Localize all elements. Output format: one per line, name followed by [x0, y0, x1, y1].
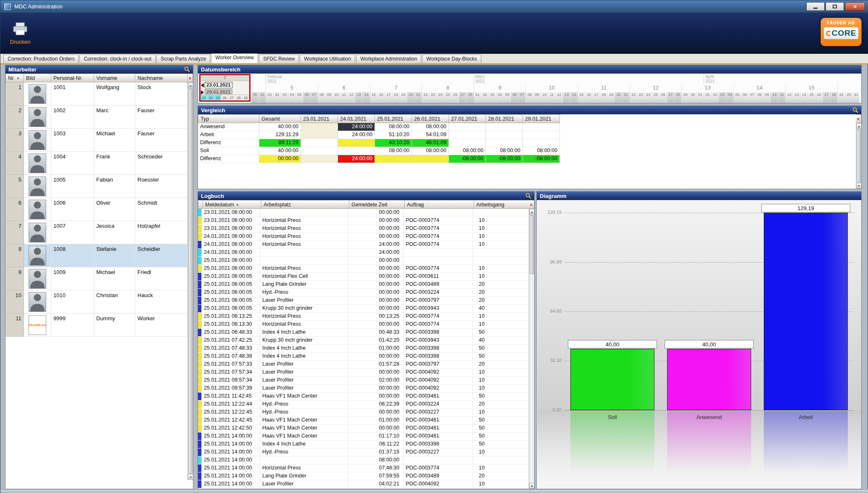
- timeline-day[interactable]: 07: [748, 92, 756, 103]
- cell-26-01-2021[interactable]: 08:00:00: [412, 147, 449, 155]
- column-header-nr[interactable]: Nr.▲: [5, 74, 24, 82]
- cell-23-01-2021[interactable]: [301, 155, 338, 163]
- timeline-day[interactable]: 20: [845, 92, 852, 103]
- cell-28-01-2021[interactable]: -08:00:00: [486, 155, 523, 163]
- timeline-day[interactable]: 06: [303, 92, 311, 103]
- employee-row[interactable]: 11001WolfgangStock: [5, 82, 187, 105]
- timeline-day[interactable]: 30: [251, 92, 259, 103]
- clear-filter-icon[interactable]: ×: [856, 114, 861, 123]
- logbook-row[interactable]: 25.01.2021 14:00:0008:00:00: [198, 456, 529, 464]
- timeline-day[interactable]: 10: [332, 92, 340, 103]
- cell-29-01-2021[interactable]: -08:00:00: [523, 155, 560, 163]
- scroll-up-icon[interactable]: ▲: [856, 123, 862, 129]
- logbook-row[interactable]: 25.01.2021 14:00:00Laser Profiler04:02:2…: [198, 480, 529, 488]
- column-header-28-01-2021[interactable]: 28.01.2021: [486, 114, 523, 123]
- timeline-day[interactable]: 11: [778, 92, 786, 103]
- cell-gesamt[interactable]: 00:00:00: [259, 155, 301, 163]
- timeline-day[interactable]: 11: [548, 92, 555, 103]
- cell-24-01-2021[interactable]: 24:00:00: [338, 131, 375, 139]
- logbook-row[interactable]: 23.01.2021 06:00:0000:00:00: [198, 209, 529, 217]
- timeline-day[interactable]: 19: [399, 92, 407, 103]
- timeline-day[interactable]: 09: [533, 92, 541, 103]
- cell-gesamt[interactable]: 129:11:29: [259, 131, 301, 139]
- selection-day[interactable]: 23: [201, 95, 208, 100]
- employee-row[interactable]: 101010ChristianHauck: [5, 290, 187, 314]
- cell-gesamt[interactable]: 89:11:29: [259, 139, 301, 147]
- cell-23-01-2021[interactable]: [301, 123, 338, 131]
- range-end-handle-icon[interactable]: [201, 90, 204, 95]
- vergleich-row[interactable]: Differenz00:00:0024:00:00-08:00:00-08:00…: [198, 155, 560, 163]
- print-button[interactable]: Drucken: [5, 16, 36, 51]
- timeline-day[interactable]: 17: [385, 92, 392, 103]
- vergleich-row[interactable]: Arbeit129:11:2924:00:0051:10:2054:01:09: [198, 131, 560, 139]
- timeline-day[interactable]: 22: [422, 92, 429, 103]
- logbook-row[interactable]: 25.01.2021 12:22:45Hyd.-Press00:00:00POC…: [198, 409, 529, 417]
- selection-day[interactable]: 26: [222, 95, 229, 100]
- timeline-day[interactable]: 26: [451, 92, 459, 103]
- employee-row[interactable]: 91009MichaelFriedl: [5, 267, 187, 290]
- logbook-row[interactable]: 23.01.2021 06:00:00Horizontal Press00:00…: [198, 217, 529, 225]
- employee-row[interactable]: 71007JessicaHolzapfel: [5, 221, 187, 244]
- tab-sfdc-review[interactable]: SFDC Review: [259, 55, 299, 63]
- range-start-date[interactable]: 23.01.2021: [205, 82, 232, 88]
- timeline-day[interactable]: 17: [592, 92, 600, 103]
- logbook-row[interactable]: 25.01.2021 07:48:38Index 4 Inch Lathe00:…: [198, 353, 529, 361]
- cell-27-01-2021[interactable]: 08:00:00: [449, 147, 486, 155]
- logbook-row[interactable]: 25.01.2021 12:22:44Hyd.-Press06:22:39POC…: [198, 401, 529, 409]
- cell-25-01-2021[interactable]: 51:10:20: [375, 131, 412, 139]
- logbook-row[interactable]: 25.01.2021 06:00:05Krupp 30 inch grinder…: [198, 305, 529, 313]
- employee-row[interactable]: 31003MichaelFauser: [5, 129, 187, 152]
- timeline-day[interactable]: 19: [607, 92, 615, 103]
- tab-correction-clock-in-clock-out[interactable]: Correction: clock-in / clock-out: [79, 55, 156, 63]
- cell-26-01-2021[interactable]: [412, 155, 449, 163]
- timeline-day[interactable]: 05: [503, 92, 511, 103]
- timeline-day[interactable]: 02: [711, 92, 719, 103]
- scrollbar-thumb[interactable]: [188, 89, 193, 474]
- cell-23-01-2021[interactable]: [301, 131, 338, 139]
- timeline-day[interactable]: 18: [392, 92, 400, 103]
- logbook-row[interactable]: 23.01.2021 06:00:00Horizontal Press00:00…: [198, 225, 529, 233]
- timeline-day[interactable]: 03: [718, 92, 726, 103]
- range-start-handle-icon[interactable]: [201, 83, 204, 87]
- timeline-day[interactable]: 07: [310, 92, 318, 103]
- timeline-day[interactable]: 30: [689, 92, 697, 103]
- cell-27-01-2021[interactable]: [449, 131, 486, 139]
- column-header-25-01-2021[interactable]: 25.01.2021: [375, 114, 412, 123]
- cell-25-01-2021[interactable]: 43:10:20: [375, 139, 412, 147]
- tab-workplace-administration[interactable]: Workplace Administration: [356, 55, 421, 63]
- timeline-day[interactable]: 22: [630, 92, 637, 103]
- timeline-day[interactable]: 14: [362, 92, 370, 103]
- employee-row[interactable]: 11FAUSER AG9999DummyWorker: [5, 314, 187, 337]
- cell-27-01-2021[interactable]: -08:00:00: [449, 155, 486, 163]
- timeline-day[interactable]: 25: [444, 92, 451, 103]
- employee-row[interactable]: 81008StefanieScheidler: [5, 244, 187, 267]
- timeline-day[interactable]: 03: [488, 92, 496, 103]
- close-button[interactable]: ×: [845, 2, 865, 11]
- timeline-day[interactable]: 26: [659, 92, 667, 103]
- scrollbar-thumb[interactable]: [530, 215, 534, 274]
- timeline-day[interactable]: 23: [637, 92, 644, 103]
- logbook-row[interactable]: 25.01.2021 06:48:33Index 4 Inch Lathe00:…: [198, 329, 529, 337]
- column-header-arbeitsgang[interactable]: Arbeitsgang: [474, 200, 530, 209]
- timeline-day[interactable]: 27: [459, 92, 466, 103]
- cell-25-01-2021[interactable]: 08:00:00: [375, 123, 412, 131]
- scroll-down-icon[interactable]: ▼: [856, 183, 862, 189]
- logbook-row[interactable]: 25.01.2021 14:00:00Horizontal Press07:46…: [198, 464, 529, 472]
- timeline-day[interactable]: 17: [823, 92, 830, 103]
- timeline-day[interactable]: 18: [600, 92, 607, 103]
- timeline-day[interactable]: 24: [644, 92, 652, 103]
- vergleich-row[interactable]: Differenz89:11:2943:10:2046:01:09: [198, 139, 560, 147]
- timeline-day[interactable]: 08: [756, 92, 763, 103]
- logbook-row[interactable]: 25.01.2021 06:00:05Horizontal Flex Cell0…: [198, 273, 529, 281]
- timeline-day[interactable]: 01: [704, 92, 711, 103]
- selection-day[interactable]: 28: [235, 95, 243, 100]
- search-icon[interactable]: [525, 193, 531, 199]
- tab-correction-production-orders[interactable]: Correction: Production Orders: [3, 55, 79, 63]
- logbook-row[interactable]: 24.01.2021 06:00:00Horizontal Press24:00…: [198, 241, 529, 249]
- timeline-day[interactable]: 10: [541, 92, 548, 103]
- timeline-day[interactable]: 23: [429, 92, 437, 103]
- mitarbeiter-scrollbar[interactable]: ▲ ▼: [187, 82, 193, 480]
- employee-row[interactable]: 21002MarcFauser: [5, 105, 187, 129]
- column-header-arbeitsplatz[interactable]: Arbeitsplatz: [261, 200, 349, 209]
- column-header-gesamt[interactable]: Gesamt: [259, 114, 301, 123]
